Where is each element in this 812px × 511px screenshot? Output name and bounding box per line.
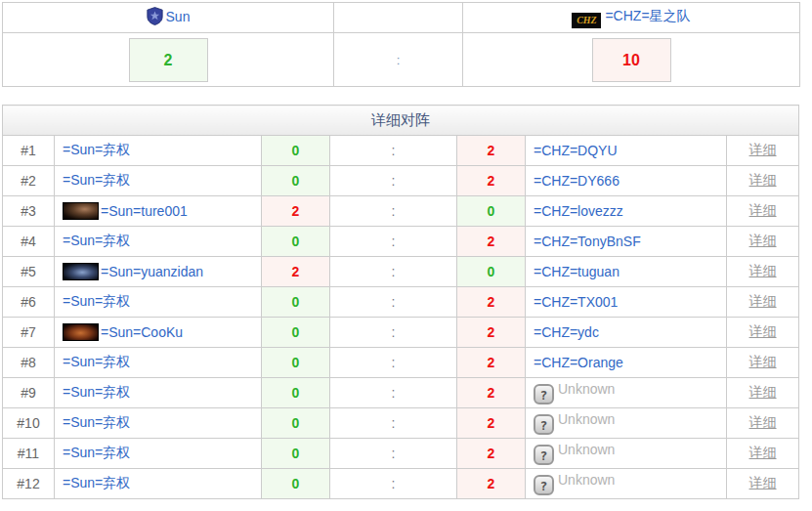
player2-link[interactable]: =CHZ=TonyBnSF xyxy=(534,234,641,249)
player1-score: 0 xyxy=(262,378,330,408)
detail-link[interactable]: 详细 xyxy=(749,202,777,218)
player2-link[interactable]: =CHZ=ydc xyxy=(534,324,599,340)
player1-link[interactable]: =Sun=yuanzidan xyxy=(101,264,203,279)
team1-score: 2 xyxy=(129,38,208,82)
player1-link[interactable]: =Sun=弃权 xyxy=(63,384,130,400)
player2-cell: =CHZ=Orange xyxy=(526,348,727,378)
unknown-player-icon: ? xyxy=(534,414,554,435)
detail-link[interactable]: 详细 xyxy=(749,293,777,309)
match-number: #2 xyxy=(3,166,55,196)
player2-score: 2 xyxy=(457,166,526,196)
score-separator: : xyxy=(330,469,457,499)
score-separator: : xyxy=(330,378,457,408)
unknown-player-label: Unknown xyxy=(558,381,615,397)
player1-score: 0 xyxy=(262,318,330,348)
match-table-title: 详细对阵 xyxy=(3,106,799,136)
match-number: #12 xyxy=(3,469,55,499)
player2-score: 2 xyxy=(457,348,526,378)
player2-cell: =CHZ=tuguan xyxy=(526,257,727,287)
player1-link[interactable]: =Sun=ture001 xyxy=(101,203,188,219)
player1-cell: =Sun=弃权 xyxy=(55,408,262,439)
player2-score: 2 xyxy=(457,439,526,469)
player2-link[interactable]: =CHZ=lovezzz xyxy=(534,203,623,219)
detail-link[interactable]: 详细 xyxy=(749,445,777,460)
player1-score: 0 xyxy=(262,408,330,439)
player2-cell: =CHZ=DY666 xyxy=(526,166,727,196)
player2-score: 2 xyxy=(457,318,526,348)
summary-table: Sun CHZ=CHZ=星之队 2 : 10 xyxy=(2,2,800,87)
player1-cell: =Sun=ture001 xyxy=(55,196,262,227)
table-row: #11 =Sun=弃权 0 : 2 ?Unknown 详细 xyxy=(3,439,799,469)
player1-cell: =Sun=CooKu xyxy=(55,318,262,348)
detail-link[interactable]: 详细 xyxy=(749,263,777,278)
match-number: #6 xyxy=(3,287,55,318)
table-row: #2 =Sun=弃权 0 : 2 =CHZ=DY666 详细 xyxy=(3,166,799,196)
player2-score: 2 xyxy=(457,136,526,166)
player1-link[interactable]: =Sun=弃权 xyxy=(63,445,130,460)
player1-link[interactable]: =Sun=弃权 xyxy=(63,475,130,490)
match-number: #9 xyxy=(3,378,55,408)
table-row: #6 =Sun=弃权 0 : 2 =CHZ=TX001 详细 xyxy=(3,287,799,318)
unknown-player-icon: ? xyxy=(534,384,554,405)
summary-header-spacer xyxy=(334,3,463,33)
detail-link[interactable]: 详细 xyxy=(749,384,777,400)
player2-link[interactable]: =CHZ=DY666 xyxy=(534,173,620,189)
detail-link[interactable]: 详细 xyxy=(749,142,777,157)
team2-name-link[interactable]: =CHZ=星之队 xyxy=(605,8,690,23)
table-row: #1 =Sun=弃权 0 : 2 =CHZ=DQYU 详细 xyxy=(3,136,799,166)
player1-link[interactable]: =Sun=弃权 xyxy=(63,233,130,248)
score-separator: : xyxy=(330,257,457,287)
match-number: #11 xyxy=(3,439,55,469)
player2-link[interactable]: =CHZ=Orange xyxy=(534,355,623,370)
table-row: #8 =Sun=弃权 0 : 2 =CHZ=Orange 详细 xyxy=(3,348,799,378)
player1-link[interactable]: =Sun=弃权 xyxy=(63,142,130,157)
team2-cell: CHZ=CHZ=星之队 xyxy=(463,3,800,33)
player1-link[interactable]: =Sun=CooKu xyxy=(101,324,183,340)
score-separator: : xyxy=(330,136,457,166)
table-row: #9 =Sun=弃权 0 : 2 ?Unknown 详细 xyxy=(3,378,799,408)
detail-link[interactable]: 详细 xyxy=(749,233,777,248)
detail-link[interactable]: 详细 xyxy=(749,354,777,369)
player1-avatar xyxy=(63,202,99,220)
detail-cell: 详细 xyxy=(727,257,799,287)
player1-score: 0 xyxy=(262,348,330,378)
team1-cell: Sun xyxy=(3,3,334,33)
player1-avatar xyxy=(63,263,99,280)
player2-cell: ?Unknown xyxy=(526,439,727,469)
score-separator: : xyxy=(330,227,457,257)
detail-cell: 详细 xyxy=(727,469,799,499)
player1-link[interactable]: =Sun=弃权 xyxy=(63,293,130,309)
player1-avatar xyxy=(63,323,99,341)
player2-link[interactable]: =CHZ=DQYU xyxy=(534,143,618,158)
team1-shield-icon xyxy=(147,7,163,28)
team2-score-cell: 10 xyxy=(463,33,800,87)
player2-score: 2 xyxy=(457,469,526,499)
player2-score: 2 xyxy=(457,378,526,408)
detail-link[interactable]: 详细 xyxy=(749,475,777,490)
player1-cell: =Sun=弃权 xyxy=(55,348,262,378)
player1-link[interactable]: =Sun=弃权 xyxy=(63,354,130,369)
player2-score: 0 xyxy=(457,196,526,227)
match-number: #8 xyxy=(3,348,55,378)
score-separator: : xyxy=(330,318,457,348)
detail-link[interactable]: 详细 xyxy=(749,172,777,188)
score-separator: : xyxy=(330,348,457,378)
team1-name-link[interactable]: Sun xyxy=(166,9,191,24)
player2-link[interactable]: =CHZ=TX001 xyxy=(534,294,618,310)
score-separator: : xyxy=(397,53,401,67)
unknown-player-icon: ? xyxy=(534,445,554,465)
player2-cell: ?Unknown xyxy=(526,378,727,408)
player1-score: 0 xyxy=(262,439,330,469)
detail-link[interactable]: 详细 xyxy=(749,414,777,430)
score-separator: : xyxy=(330,196,457,227)
detail-cell: 详细 xyxy=(727,136,799,166)
detail-link[interactable]: 详细 xyxy=(749,323,777,339)
match-number: #7 xyxy=(3,318,55,348)
player1-cell: =Sun=弃权 xyxy=(55,469,262,499)
player2-link[interactable]: =CHZ=tuguan xyxy=(534,264,620,279)
player1-link[interactable]: =Sun=弃权 xyxy=(63,414,130,430)
player1-score: 0 xyxy=(262,166,330,196)
player1-cell: =Sun=yuanzidan xyxy=(55,257,262,287)
unknown-player-label: Unknown xyxy=(558,442,615,457)
player1-link[interactable]: =Sun=弃权 xyxy=(63,172,130,188)
